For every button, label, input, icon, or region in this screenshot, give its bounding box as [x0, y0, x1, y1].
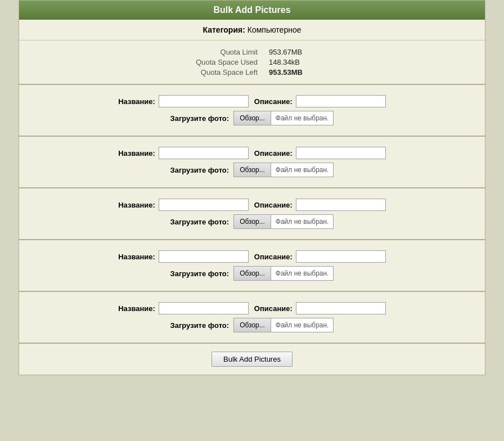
category-label: Категория:	[203, 25, 245, 34]
desc-label-3: Описание:	[254, 201, 292, 209]
quota-section: Quota Limit 953.67MB Quota Space Used 14…	[19, 40, 485, 85]
upload-label-2: Загрузите фото:	[170, 166, 230, 174]
name-desc-row-5: Название: Описание:	[30, 302, 474, 314]
file-text-5: Файл не выбран.	[271, 321, 334, 329]
name-group-2: Название:	[118, 147, 249, 159]
name-group-1: Название:	[118, 95, 249, 107]
file-wrapper-2: Обзор... Файл не выбран.	[233, 163, 334, 177]
file-row-1: Загрузите фото: Обзор... Файл не выбран.	[30, 111, 474, 125]
quota-left-label: Quota Space Left	[168, 68, 258, 76]
name-input-5[interactable]	[159, 302, 249, 314]
file-text-3: Файл не выбран.	[271, 218, 334, 226]
footer-section: Bulk Add Pictures	[19, 344, 485, 375]
name-input-4[interactable]	[159, 250, 249, 263]
desc-input-5[interactable]	[296, 302, 386, 314]
picture-section-3: Название: Описание: Загрузите фото: Обзо…	[19, 188, 485, 240]
file-text-1: Файл не выбран.	[271, 114, 334, 122]
picture-section-5: Название: Описание: Загрузите фото: Обзо…	[19, 292, 485, 344]
quota-limit-row: Quota Limit 953.67MB	[53, 48, 451, 56]
browse-button-1[interactable]: Обзор...	[234, 111, 271, 125]
desc-label-4: Описание:	[254, 253, 292, 261]
name-input-2[interactable]	[159, 147, 249, 159]
name-group-3: Название:	[118, 199, 249, 211]
desc-input-3[interactable]	[296, 199, 386, 211]
picture-section-2: Название: Описание: Загрузите фото: Обзо…	[19, 137, 485, 188]
file-wrapper-3: Обзор... Файл не выбран.	[233, 214, 334, 229]
page-title: Bulk Add Pictures	[19, 1, 485, 20]
browse-button-4[interactable]: Обзор...	[234, 267, 271, 280]
desc-label-2: Описание:	[254, 149, 292, 158]
desc-input-4[interactable]	[296, 250, 386, 263]
desc-group-3: Описание:	[254, 199, 386, 211]
submit-button[interactable]: Bulk Add Pictures	[212, 352, 292, 367]
browse-button-5[interactable]: Обзор...	[234, 318, 271, 332]
file-wrapper-1: Обзор... Файл не выбран.	[233, 111, 334, 125]
upload-label-1: Загрузите фото:	[170, 114, 230, 123]
upload-label-5: Загрузите фото:	[170, 321, 230, 330]
name-desc-row-1: Название: Описание:	[30, 95, 474, 107]
upload-label-4: Загрузите фото:	[170, 269, 230, 278]
quota-left-value: 953.53MB	[269, 68, 336, 76]
quota-limit-label: Quota Limit	[168, 48, 258, 56]
name-input-1[interactable]	[159, 95, 249, 107]
file-row-4: Загрузите фото: Обзор... Файл не выбран.	[30, 266, 474, 281]
desc-group-2: Описание:	[254, 147, 386, 159]
name-label-2: Название:	[118, 149, 155, 158]
file-wrapper-4: Обзор... Файл не выбран.	[233, 266, 334, 281]
quota-used-label: Quota Space Used	[168, 58, 258, 66]
file-text-4: Файл не выбран.	[271, 269, 334, 277]
category-row: Категория: Компьютерное	[19, 20, 485, 40]
quota-limit-value: 953.67MB	[269, 48, 336, 56]
name-desc-row-4: Название: Описание:	[30, 250, 474, 263]
name-label-4: Название:	[118, 253, 155, 261]
name-group-5: Название:	[118, 302, 249, 314]
browse-button-3[interactable]: Обзор...	[234, 215, 271, 228]
name-desc-row-2: Название: Описание:	[30, 147, 474, 159]
desc-input-2[interactable]	[296, 147, 386, 159]
picture-section-1: Название: Описание: Загрузите фото: Обзо…	[19, 85, 485, 137]
name-desc-row-3: Название: Описание:	[30, 199, 474, 211]
name-input-3[interactable]	[159, 199, 249, 211]
desc-group-4: Описание:	[254, 250, 386, 263]
name-label-5: Название:	[118, 304, 155, 313]
desc-label-5: Описание:	[254, 304, 292, 313]
picture-section-4: Название: Описание: Загрузите фото: Обзо…	[19, 240, 485, 292]
desc-input-1[interactable]	[296, 95, 386, 107]
browse-button-2[interactable]: Обзор...	[234, 163, 271, 177]
quota-used-row: Quota Space Used 148.34kB	[53, 58, 451, 66]
name-label-3: Название:	[118, 201, 155, 209]
desc-group-1: Описание:	[254, 95, 386, 107]
quota-left-row: Quota Space Left 953.53MB	[53, 68, 451, 76]
name-label-1: Название:	[118, 97, 155, 106]
file-row-2: Загрузите фото: Обзор... Файл не выбран.	[30, 163, 474, 177]
file-wrapper-5: Обзор... Файл не выбран.	[233, 318, 334, 332]
upload-label-3: Загрузите фото:	[170, 218, 230, 226]
file-row-3: Загрузите фото: Обзор... Файл не выбран.	[30, 214, 474, 229]
desc-label-1: Описание:	[254, 97, 292, 106]
file-row-5: Загрузите фото: Обзор... Файл не выбран.	[30, 318, 474, 332]
file-text-2: Файл не выбран.	[271, 166, 334, 174]
quota-used-value: 148.34kB	[269, 58, 336, 66]
desc-group-5: Описание:	[254, 302, 386, 314]
name-group-4: Название:	[118, 250, 249, 263]
category-value: Компьютерное	[248, 25, 302, 34]
